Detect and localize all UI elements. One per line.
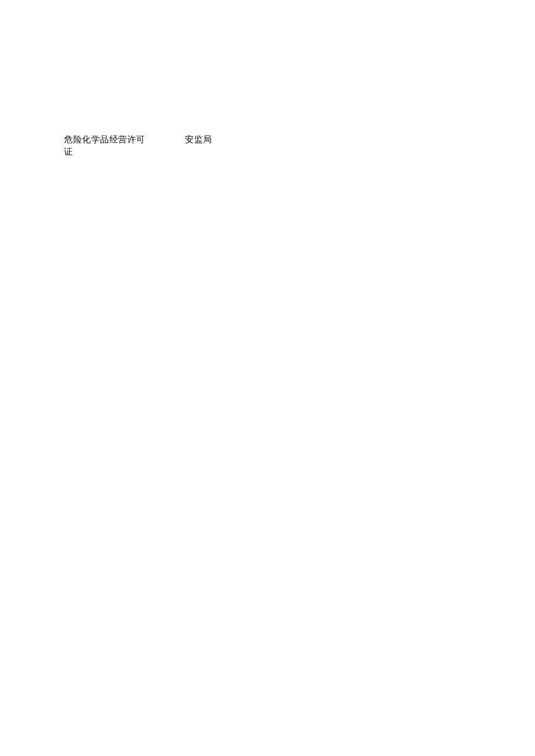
- agency-name-text: 安监局: [185, 134, 212, 146]
- document-content-row: 危险化学品经营许可证 安监局: [64, 134, 212, 158]
- permit-name-text: 危险化学品经营许可证: [64, 134, 145, 158]
